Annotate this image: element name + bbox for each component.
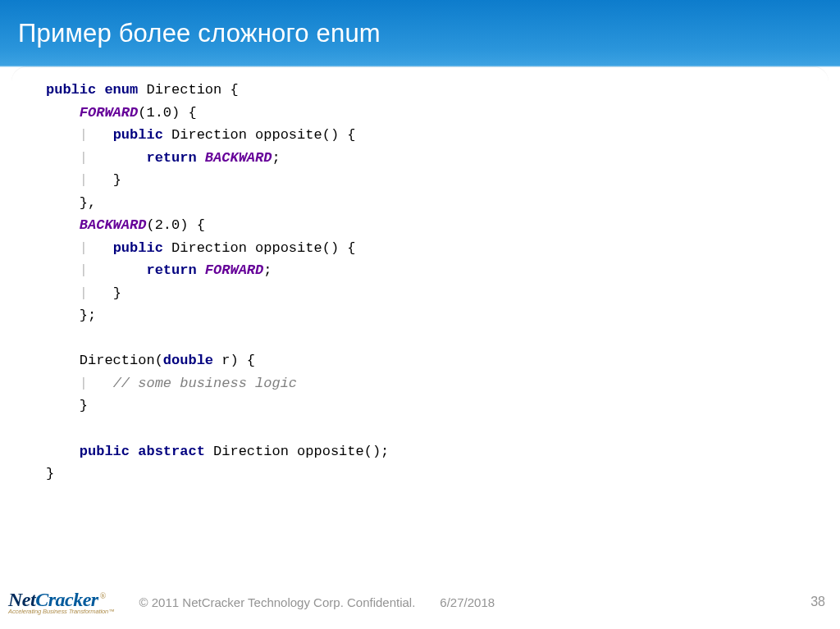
code-space (197, 150, 205, 166)
comment: // some business logic (113, 376, 297, 391)
content-panel: public enum Direction { FORWARD(1.0) { |… (11, 67, 829, 575)
logo: NetCracker® Accelerating Business Transf… (8, 590, 115, 615)
indent-guide: | (80, 150, 88, 166)
close-brace: } (113, 285, 121, 301)
footer-page-number: 38 (810, 595, 825, 609)
code-text: r) { (213, 353, 255, 368)
logo-registered: ® (100, 591, 106, 600)
code-text: (1.0) { (138, 105, 196, 121)
kw-public: public (113, 127, 163, 143)
enum-backward: BACKWARD (205, 150, 272, 166)
indent-guide: | (80, 376, 88, 391)
kw-return: return (146, 150, 196, 166)
logo-net: Net (8, 589, 35, 610)
code-semi: ; (263, 262, 272, 278)
indent-guide: | (80, 172, 88, 188)
code-semi: ; (272, 150, 280, 166)
logo-cracker: Cracker (35, 589, 98, 610)
close-brace: } (113, 172, 121, 188)
close-brace-semi: }; (80, 308, 96, 323)
kw-public: public (80, 444, 130, 459)
indent-guide: | (80, 127, 88, 143)
logo-wordmark: NetCracker® (8, 590, 115, 609)
ctor-name: Direction( (80, 353, 163, 368)
kw-enum: enum (104, 82, 138, 98)
kw-abstract: abstract (138, 444, 205, 459)
enum-forward: FORWARD (205, 262, 263, 278)
indent-guide: | (80, 285, 88, 301)
logo-tagline: Accelerating Business Transformation™ (8, 608, 115, 615)
kw-public: public (46, 82, 96, 98)
kw-double: double (163, 353, 213, 368)
code-text: Direction opposite() { (163, 127, 356, 143)
footer-date: 6/27/2018 (440, 595, 495, 609)
indent-guide: | (80, 240, 88, 256)
close-brace: } (80, 398, 88, 413)
indent-guide: | (80, 262, 88, 278)
code-space (197, 262, 205, 278)
slide: Пример более сложного enum public enum D… (0, 0, 840, 629)
code-text: (2.0) { (146, 217, 204, 233)
title-bar: Пример более сложного enum (0, 0, 840, 67)
slide-title: Пример более сложного enum (18, 19, 381, 48)
code-text: Direction opposite() { (163, 240, 356, 256)
code-text: Direction opposite(); (205, 444, 389, 459)
kw-return: return (146, 262, 196, 278)
close-brace-comma: }, (80, 195, 96, 211)
kw-public: public (113, 240, 163, 256)
footer-copyright: © 2011 NetCracker Technology Corp. Confi… (139, 595, 416, 609)
close-brace: } (46, 466, 54, 481)
code-text: Direction { (138, 82, 238, 98)
footer: NetCracker® Accelerating Business Transf… (0, 578, 840, 629)
code-block: public enum Direction { FORWARD(1.0) { |… (46, 79, 794, 485)
enum-backward: BACKWARD (80, 217, 147, 233)
enum-forward: FORWARD (80, 105, 138, 121)
